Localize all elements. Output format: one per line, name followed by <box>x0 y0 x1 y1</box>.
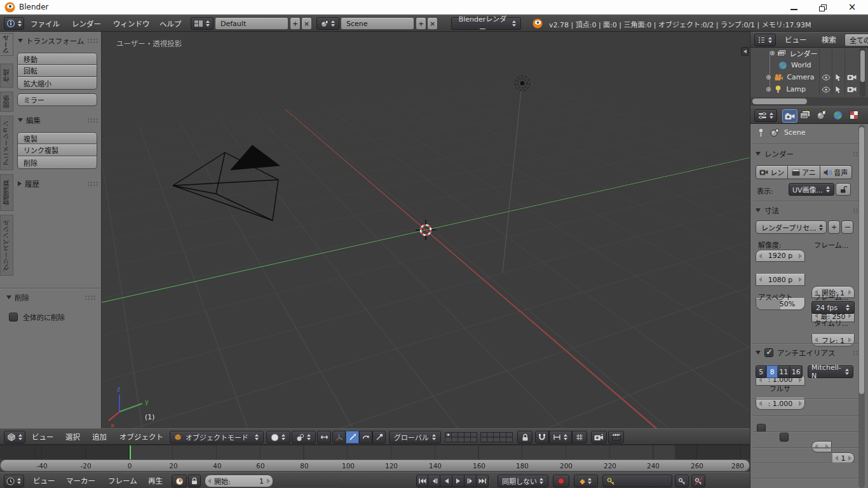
scale-manipulator-button[interactable] <box>372 431 386 444</box>
shelf-tab-relations[interactable]: 関係 <box>0 92 13 112</box>
pin-icon[interactable] <box>757 128 765 137</box>
tab-render-layers[interactable] <box>800 111 810 119</box>
delete-keyframe-button[interactable] <box>691 475 705 487</box>
snap-element-dropdown[interactable] <box>549 431 572 444</box>
tab-texture[interactable] <box>850 111 858 119</box>
editor-type-selector-info[interactable] <box>4 17 24 30</box>
display-mode-dropdown[interactable]: UV画像... <box>789 183 834 196</box>
shelf-tab-create[interactable]: 作成 <box>0 64 13 88</box>
timeline-marker-menu[interactable]: マーカー <box>66 475 95 487</box>
play-button[interactable] <box>452 475 465 487</box>
hide-icon[interactable] <box>822 74 831 81</box>
timeline-playback-menu[interactable]: 再生 <box>148 475 163 487</box>
transform-orientation-dropdown[interactable]: グローバル <box>389 431 441 444</box>
aa-samples-16[interactable]: 16 <box>790 365 803 378</box>
minimize-button[interactable] <box>784 0 803 15</box>
editor-type-selector-properties[interactable] <box>754 109 777 122</box>
render-preset-dropdown[interactable]: レンダープリセ... <box>756 220 827 234</box>
breadcrumb-scene-label[interactable]: Scene <box>784 128 806 137</box>
time-remap-old-field[interactable] <box>811 441 832 452</box>
antialiasing-checkbox[interactable] <box>764 348 773 357</box>
delete-globally-checkbox[interactable] <box>9 313 18 322</box>
panel-header-operator-delete[interactable]: 削除 <box>6 292 95 302</box>
insert-keyframe-button[interactable] <box>675 475 689 487</box>
duplicate-button[interactable]: 複製 <box>17 132 97 144</box>
aa-samples-8[interactable]: 8 <box>766 365 777 378</box>
menu-render[interactable]: レンダー <box>72 18 101 30</box>
aa-filter-dropdown[interactable]: Mitchell-N <box>808 365 853 378</box>
aspect-y-field[interactable]: : 1.000 <box>756 398 805 410</box>
panel-header-render[interactable]: レンダー <box>756 149 864 159</box>
panel-header-transform[interactable]: トランスフォーム <box>18 36 98 46</box>
pivot-point-dropdown[interactable] <box>292 431 316 444</box>
editor-type-selector-3dview[interactable] <box>4 431 25 444</box>
linked-duplicate-button[interactable]: リンク複製 <box>17 144 97 156</box>
resolution-y-field[interactable]: 1080 p <box>756 274 805 286</box>
add-menu[interactable]: 追加 <box>92 431 107 444</box>
panel-header-antialiasing[interactable]: アンチエイリアス <box>756 348 864 358</box>
expand-plus-icon[interactable]: ⊕ <box>770 50 775 57</box>
expand-plus-icon[interactable]: ⊕ <box>766 74 771 81</box>
scene-name-field[interactable]: Scene <box>341 17 414 30</box>
manipulator-toggle-button[interactable] <box>317 431 331 444</box>
hide-icon[interactable] <box>822 86 831 93</box>
active-keying-set-field[interactable] <box>602 475 672 487</box>
panel-header-history[interactable]: 履歴 <box>18 179 98 189</box>
rotate-button[interactable]: 回転 <box>17 65 97 77</box>
tab-render[interactable] <box>782 109 797 123</box>
outliner-item-lamp[interactable]: ⊕ Lamp <box>750 83 868 95</box>
mode-dropdown[interactable]: オブジェクトモード <box>170 431 264 444</box>
select-menu[interactable]: 選択 <box>65 431 80 444</box>
start-frame-field[interactable]: 開始:1 <box>205 475 273 487</box>
next-keyframe-button[interactable] <box>465 475 477 487</box>
shelf-tab-tools[interactable]: ツール <box>0 33 13 56</box>
outliner-view-menu[interactable]: ビュー <box>785 34 807 46</box>
panel-header-dimensions[interactable]: 寸法 <box>756 205 864 215</box>
sync-mode-dropdown[interactable]: 同期しない <box>498 475 548 487</box>
screen-layout-icon-button[interactable] <box>191 17 214 30</box>
lock-frame-range-button[interactable] <box>188 475 201 487</box>
properties-vscrollbar[interactable] <box>858 125 865 488</box>
layers-widget[interactable] <box>445 432 513 442</box>
view-menu[interactable]: ビュー <box>32 431 54 444</box>
translate-manipulator-button[interactable] <box>346 431 359 444</box>
resolution-x-field[interactable]: 1920 p <box>756 250 805 262</box>
snap-target-button[interactable] <box>572 431 587 444</box>
outliner-item-renderlayer[interactable]: ⊕ レンダー <box>750 47 868 59</box>
play-reverse-button[interactable] <box>440 475 452 487</box>
outliner-vscrollbar[interactable] <box>860 48 865 97</box>
mirror-button[interactable]: ミラー <box>17 93 97 106</box>
viewport-3d[interactable]: z y x ユーザー・透視投影 (1) <box>102 32 750 428</box>
move-button[interactable]: 移動 <box>17 53 97 65</box>
record-button[interactable] <box>553 475 569 487</box>
frame-step-field[interactable]: フレ: 1 <box>811 334 855 346</box>
outliner-item-camera[interactable]: ⊕ Camera <box>750 71 868 83</box>
menu-window[interactable]: ウィンドウ <box>113 18 150 30</box>
tab-world[interactable] <box>833 111 843 120</box>
current-frame-indicator[interactable] <box>130 445 131 459</box>
prev-keyframe-button[interactable] <box>428 475 440 487</box>
opengl-render-anim-button[interactable] <box>608 431 624 444</box>
selectable-icon[interactable] <box>835 74 841 81</box>
opengl-render-button[interactable] <box>591 431 607 444</box>
viewport-shading-dropdown[interactable] <box>266 431 290 444</box>
panel-header-edit[interactable]: 編集 <box>18 115 98 125</box>
preset-add-button[interactable]: + <box>828 220 840 234</box>
display-lock-button[interactable] <box>836 183 851 196</box>
render-still-button[interactable]: レン <box>756 165 788 179</box>
shelf-tab-animation[interactable]: アニメーション <box>0 116 13 170</box>
delete-globally-option[interactable]: 全体的に削除 <box>9 312 65 322</box>
maximize-button[interactable] <box>813 0 832 15</box>
rotate-manipulator-button[interactable] <box>359 431 372 444</box>
aa-samples-11[interactable]: 11 <box>778 365 790 378</box>
scene-selector-icon-button[interactable] <box>316 17 339 30</box>
screen-layout-name-field[interactable]: Default <box>215 17 288 30</box>
jump-to-end-button[interactable] <box>477 475 489 487</box>
editor-type-selector-timeline[interactable] <box>4 475 24 487</box>
render-restrict-icon[interactable] <box>847 74 857 81</box>
snap-toggle-button[interactable] <box>535 431 549 444</box>
menu-file[interactable]: ファイル <box>31 18 60 30</box>
delete-button[interactable]: 削除 <box>17 156 97 169</box>
timeline-view-menu[interactable]: ビュー <box>33 475 55 487</box>
crop-checkbox[interactable] <box>780 433 789 442</box>
